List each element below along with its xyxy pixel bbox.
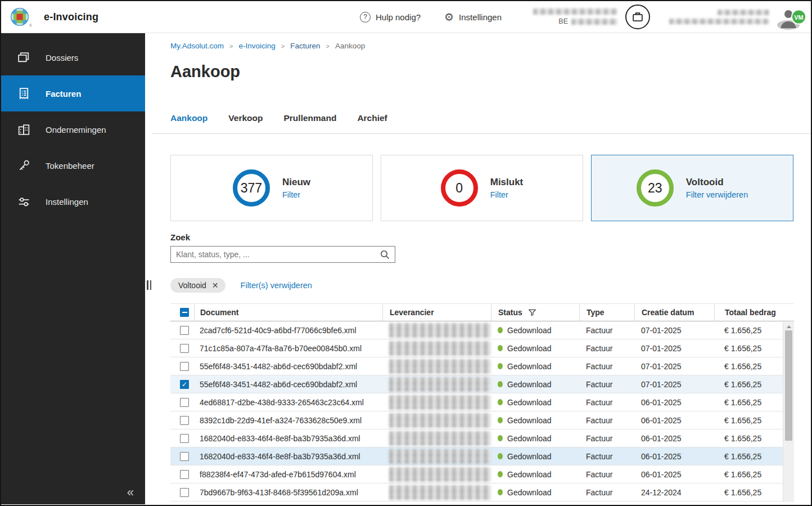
table-row[interactable]: 1682040d-e833-46f4-8e8f-ba3b7935a36d.xml…: [170, 429, 794, 447]
clear-filters-link[interactable]: Filter(s) verwijderen: [241, 281, 312, 290]
leverancier-cell: [382, 429, 491, 447]
table-row[interactable]: ✓55ef6f48-3451-4482-ab6d-cec690bdabf2.xm…: [170, 375, 794, 393]
document-cell[interactable]: 55ef6f48-3451-4482-ab6d-cec690bdabf2.xml: [194, 375, 382, 393]
row-checkbox[interactable]: [180, 416, 189, 425]
stacked-folders-icon: [16, 50, 31, 65]
table-row[interactable]: 7bd9667b-9f63-413f-8468-5f39561d209a.xml…: [170, 483, 794, 501]
document-cell[interactable]: 7bd9667b-9f63-413f-8468-5f39561d209a.xml: [194, 483, 382, 501]
main-content: My.Adsolut.com>e-Invoicing>Facturen>Aank…: [145, 33, 811, 504]
sidebar-item-dossiers[interactable]: Dossiers: [1, 39, 145, 75]
row-checkbox[interactable]: [180, 434, 189, 443]
user-info[interactable]: [669, 10, 769, 24]
document-cell[interactable]: 71c1c85a-807a-47fa-8a76-b70ee00845b0.xml: [194, 339, 382, 357]
row-checkbox[interactable]: ✓: [180, 380, 189, 389]
status-card-mislukt[interactable]: 0MisluktFilter: [381, 155, 583, 221]
sidebar-item-facturen[interactable]: Facturen: [1, 75, 145, 111]
redacted-user-name: [718, 10, 769, 15]
status-label: Gedownload: [507, 326, 552, 335]
tab-aankoop[interactable]: Aankoop: [170, 113, 207, 123]
document-cell[interactable]: 1682040d-e833-46f4-8e8f-ba3b7935a36d.xml: [194, 429, 382, 447]
table-row[interactable]: 4ed68817-d2be-438d-9333-265463c23c64.xml…: [170, 393, 794, 411]
row-select-cell: [170, 339, 194, 357]
status-label: Gedownload: [507, 344, 552, 353]
user-avatar-button[interactable]: VM: [777, 6, 802, 28]
dossier-switch-button[interactable]: [625, 5, 650, 29]
table-row[interactable]: 71c1c85a-807a-47fa-8a76-b70ee00845b0.xml…: [170, 339, 794, 357]
sidebar-collapse-button[interactable]: «: [127, 485, 134, 500]
status-cell: Gedownload: [491, 357, 579, 375]
totaal-bedrag-cell: € 1.656,25: [714, 465, 782, 483]
breadcrumb-separator-icon: >: [281, 43, 285, 50]
select-all-checkbox[interactable]: [180, 308, 189, 317]
table-row[interactable]: f88238f4-ef47-473d-afed-e7b615d97604.xml…: [170, 465, 794, 483]
row-checkbox[interactable]: [180, 488, 189, 497]
status-dot-icon: [498, 345, 503, 351]
filter-row: Voltooid✕ Filter(s) verwijderen: [170, 278, 795, 293]
sidebar-item-instellingen[interactable]: Instellingen: [1, 183, 145, 220]
chip-close-icon[interactable]: ✕: [212, 281, 219, 289]
vat-prefix: BE: [558, 17, 568, 25]
count-ring: 23: [637, 169, 674, 207]
totaal-bedrag-cell: € 1.656,25: [714, 375, 782, 393]
tab-verkoop[interactable]: Verkoop: [228, 113, 263, 123]
row-checkbox[interactable]: [180, 326, 189, 335]
card-filter-link[interactable]: Filter verwijderen: [686, 190, 748, 199]
document-cell[interactable]: f88238f4-ef47-473d-afed-e7b615d97604.xml: [194, 465, 382, 483]
breadcrumb-link-my-adsolut-com[interactable]: My.Adsolut.com: [170, 42, 224, 50]
document-cell[interactable]: 2cad7cf6-521d-40c9-a6bd-f77066c9bfe6.xml: [194, 321, 382, 339]
table-row[interactable]: 1682040d-e833-46f4-8e8f-ba3b7935a36d.xml…: [170, 447, 794, 465]
status-card-voltooid[interactable]: 23VoltooidFilter verwijderen: [591, 155, 793, 221]
header-cell-select: [170, 304, 194, 321]
table-scrollbar[interactable]: [783, 322, 794, 502]
row-checkbox[interactable]: [180, 470, 189, 479]
status-card-nieuw[interactable]: 377NieuwFilter: [170, 155, 373, 221]
creatie-datum-cell: 06-01-2025: [634, 393, 714, 411]
header-cell-totaal-bedrag: Totaal bedrag: [714, 304, 782, 321]
help-button[interactable]: ? Hulp nodig?: [360, 12, 421, 23]
card-filter-link[interactable]: Filter: [282, 190, 310, 199]
breadcrumb-separator-icon: >: [326, 43, 329, 50]
table-row[interactable]: 8392c1db-22d9-41ef-a324-7633628c50e9.xml…: [170, 411, 794, 429]
row-checkbox[interactable]: [180, 398, 189, 407]
row-checkbox[interactable]: [180, 344, 189, 353]
help-label: Hulp nodig?: [376, 12, 421, 22]
scrollbar-thumb[interactable]: [785, 330, 792, 441]
card-filter-link[interactable]: Filter: [490, 190, 524, 199]
status-label: Gedownload: [507, 488, 552, 497]
status-cell: Gedownload: [491, 447, 579, 465]
table-row[interactable]: 55ef6f48-3451-4482-ab6d-cec690bdabf2.xml…: [170, 357, 794, 375]
sidebar-item-ondernemingen[interactable]: Ondernemingen: [1, 111, 145, 147]
row-select-cell: [170, 483, 194, 501]
table-row[interactable]: 2cad7cf6-521d-40c9-a6bd-f77066c9bfe6.xml…: [170, 321, 794, 339]
tab-archief[interactable]: Archief: [357, 113, 387, 123]
document-cell[interactable]: 4ed68817-d2be-438d-9333-265463c23c64.xml: [194, 393, 382, 411]
document-cell[interactable]: 55ef6f48-3451-4482-ab6d-cec690bdabf2.xml: [194, 357, 382, 375]
panel-splitter-handle[interactable]: [147, 280, 151, 290]
search-icon[interactable]: [380, 250, 390, 259]
search-input[interactable]: [176, 250, 380, 259]
document-cell[interactable]: 1682040d-e833-46f4-8e8f-ba3b7935a36d.xml: [194, 447, 382, 465]
column-label: Creatie datum: [642, 308, 694, 317]
adsolut-logo-icon: ®: [10, 7, 29, 26]
totaal-bedrag-cell: € 1.656,25: [714, 447, 782, 465]
leverancier-cell: [382, 411, 491, 429]
status-cell: Gedownload: [491, 483, 579, 501]
briefcase-icon: [631, 10, 644, 24]
tab-prullenmand[interactable]: Prullenmand: [283, 113, 336, 123]
header-cell-status[interactable]: Status: [491, 304, 579, 321]
leverancier-cell: [382, 357, 491, 375]
row-checkbox[interactable]: [180, 452, 189, 461]
column-label: Status: [498, 308, 522, 317]
breadcrumb-link-e-invoicing[interactable]: e-Invoicing: [238, 42, 275, 50]
settings-button[interactable]: ⚙ Instellingen: [444, 12, 502, 23]
redacted-leverancier: [389, 485, 491, 500]
chip-label: Voltooid: [178, 281, 206, 290]
company-info[interactable]: BE: [533, 8, 617, 25]
filter-funnel-icon[interactable]: [522, 308, 536, 317]
document-cell[interactable]: 8392c1db-22d9-41ef-a324-7633628c50e9.xml: [194, 411, 382, 429]
scroll-up-icon[interactable]: [787, 325, 791, 328]
breadcrumb-link-facturen[interactable]: Facturen: [290, 42, 320, 50]
row-checkbox[interactable]: [180, 362, 189, 371]
page-title: Aankoop: [170, 62, 795, 81]
sidebar-item-tokenbeheer[interactable]: Tokenbeheer: [1, 147, 145, 183]
